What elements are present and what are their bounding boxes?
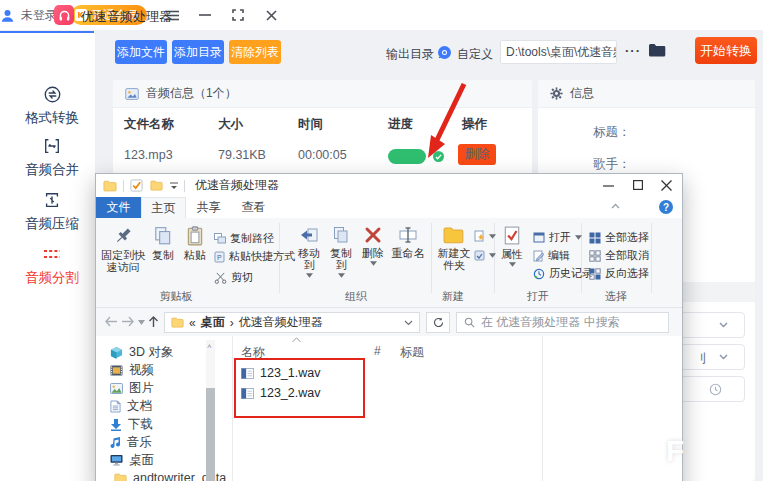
history-button[interactable]: 历史记录 — [533, 266, 593, 281]
clear-list-button[interactable]: 清除列表 — [229, 40, 281, 64]
select-all-button[interactable]: 全部选择 — [589, 230, 649, 245]
output-dir-label: 输出目录： — [386, 46, 446, 63]
desktop-icon — [110, 454, 123, 466]
minimize-icon[interactable] — [594, 174, 623, 196]
sort-ascending-icon — [292, 337, 301, 342]
group-label-select: 选择 — [586, 289, 646, 304]
properties-icon — [496, 226, 528, 245]
minimize-icon[interactable] — [197, 7, 213, 23]
folder-icon — [114, 473, 127, 481]
browse-more-button[interactable]: ··· — [625, 43, 641, 58]
login-status[interactable]: 未登录 — [21, 7, 57, 24]
sidebar-item-audio-compress[interactable]: 音频压缩 — [0, 190, 104, 233]
svg-text:P: P — [217, 253, 222, 260]
pin-quick-access-button[interactable]: 固定到快速访问 — [99, 226, 147, 273]
custom-output-radio[interactable] — [438, 46, 451, 59]
close-icon[interactable] — [652, 174, 681, 196]
open-button[interactable]: 打开 — [533, 230, 582, 245]
invert-selection-button[interactable]: 反向选择 — [589, 266, 649, 281]
app-titlebar: 优速音频处理器 未登录 开通会员 — [0, 0, 763, 31]
sidebar-item-format-convert[interactable]: 格式转换 — [0, 84, 104, 127]
new-item-icon — [474, 230, 485, 242]
select-all-icon — [589, 232, 601, 244]
rename-button[interactable]: 重命名 — [389, 226, 427, 259]
sidebar-item-audio-split[interactable]: 音频分割 — [0, 244, 104, 287]
scrollbar-thumb[interactable] — [206, 388, 215, 481]
breadcrumb-root[interactable]: 桌面 — [201, 314, 225, 331]
tab-view[interactable]: 查看 — [231, 197, 276, 218]
nav-scrollbar[interactable]: ˄ — [206, 340, 215, 481]
col-title[interactable]: 标题 — [400, 344, 424, 361]
cut-button[interactable]: 剪切 — [214, 270, 253, 285]
edit-icon — [533, 250, 544, 262]
address-bar: « 桌面 › 优速音频处理器 在 优速音频处理器 中搜索 — [96, 308, 682, 336]
ribbon: 固定到快速访问 复制 粘贴 复制路径 P 粘贴快捷方式 剪切 剪贴板 — [96, 218, 682, 308]
copy-button[interactable]: 复制 — [148, 226, 178, 261]
col-number[interactable]: # — [374, 344, 381, 358]
crumb-prefix[interactable]: « — [189, 316, 196, 330]
output-path-input[interactable]: D:\tools\桌面\优速音频处 — [500, 40, 617, 64]
delete-button[interactable]: 删除 — [357, 226, 389, 266]
paste-button[interactable]: 粘贴 — [179, 226, 211, 261]
easy-access-icon — [474, 250, 485, 261]
edit-button[interactable]: 编辑 — [533, 248, 570, 263]
ribbon-collapse-icon[interactable] — [611, 203, 620, 209]
app-toolbar: 添加文件 添加目录 清除列表 输出目录： 自定义 D:\tools\桌面\优速音… — [95, 30, 763, 74]
scroll-up-icon[interactable]: ˄ — [207, 342, 212, 351]
open-output-folder-icon[interactable] — [648, 43, 666, 58]
recent-locations-icon[interactable] — [138, 320, 145, 325]
search-input[interactable]: 在 优速音频处理器 中搜索 — [456, 312, 669, 333]
group-label-organize: 组织 — [316, 289, 396, 304]
refresh-button[interactable] — [426, 312, 450, 333]
user-icon[interactable] — [0, 8, 15, 23]
add-folder-button[interactable]: 添加目录 — [172, 40, 224, 64]
new-folder-button[interactable]: 新建文件夹 — [436, 226, 472, 271]
file-time: 00:00:05 — [298, 148, 347, 162]
copy-path-button[interactable]: 复制路径 — [214, 231, 274, 246]
maximize-icon[interactable] — [230, 7, 246, 23]
col-time: 时间 — [298, 116, 323, 133]
start-convert-button[interactable]: 开始转换 — [695, 37, 757, 64]
add-file-button[interactable]: 添加文件 — [115, 40, 167, 64]
clock-icon — [709, 383, 722, 396]
up-icon[interactable] — [148, 315, 159, 328]
breadcrumb-folder[interactable]: 优速音频处理器 — [239, 314, 323, 331]
crumb-chevron[interactable]: › — [230, 316, 234, 330]
tab-share[interactable]: 共享 — [186, 197, 231, 218]
close-icon[interactable] — [263, 7, 279, 23]
paste-shortcut-icon: P — [214, 251, 225, 263]
documents-icon — [110, 400, 121, 413]
info-panel-title: 信息 — [570, 85, 594, 102]
address-breadcrumb[interactable]: « 桌面 › 优速音频处理器 — [164, 312, 420, 333]
pin-icon — [99, 226, 147, 246]
forward-icon[interactable] — [122, 316, 135, 327]
explorer-window: 优速音频处理器 文件 主页 共享 查看 ? 固定到快速访问 — [95, 173, 683, 481]
paste-shortcut-button[interactable]: P 粘贴快捷方式 — [214, 249, 295, 264]
copy-to-button[interactable]: 复制到 — [325, 226, 357, 278]
address-dropdown-icon[interactable] — [404, 320, 413, 326]
qat-new-folder-icon[interactable] — [150, 180, 163, 191]
properties-button[interactable]: 属性 — [496, 226, 528, 267]
ribbon-tabs: 文件 主页 共享 查看 ? — [96, 197, 682, 218]
easy-access-button[interactable] — [474, 250, 496, 261]
folder-icon — [171, 317, 184, 328]
sidebar-item-label: 音频分割 — [0, 269, 104, 287]
sidebar-item-audio-merge[interactable]: 音频合并 — [0, 136, 104, 179]
move-to-button[interactable]: 移动到 — [293, 226, 325, 278]
tab-home[interactable]: 主页 — [141, 197, 186, 218]
watermark-text: F — [666, 434, 684, 468]
app-title: 优速音频处理器 — [81, 8, 172, 26]
new-item-button[interactable] — [474, 230, 496, 242]
back-icon[interactable] — [104, 316, 117, 327]
select-none-button[interactable]: 全部取消 — [589, 248, 649, 263]
open-icon — [533, 232, 545, 243]
qat-dropdown-icon[interactable] — [170, 182, 178, 190]
sidebar-item-label: 音频合并 — [0, 161, 104, 179]
tab-file[interactable]: 文件 — [96, 197, 141, 218]
maximize-icon[interactable] — [623, 174, 652, 196]
help-icon[interactable]: ? — [659, 200, 673, 214]
audio-split-icon — [0, 244, 104, 264]
hidden-text-fragment: 刂 — [695, 350, 707, 367]
col-filename: 文件名称 — [124, 116, 174, 133]
qat-properties-icon[interactable] — [130, 179, 143, 192]
